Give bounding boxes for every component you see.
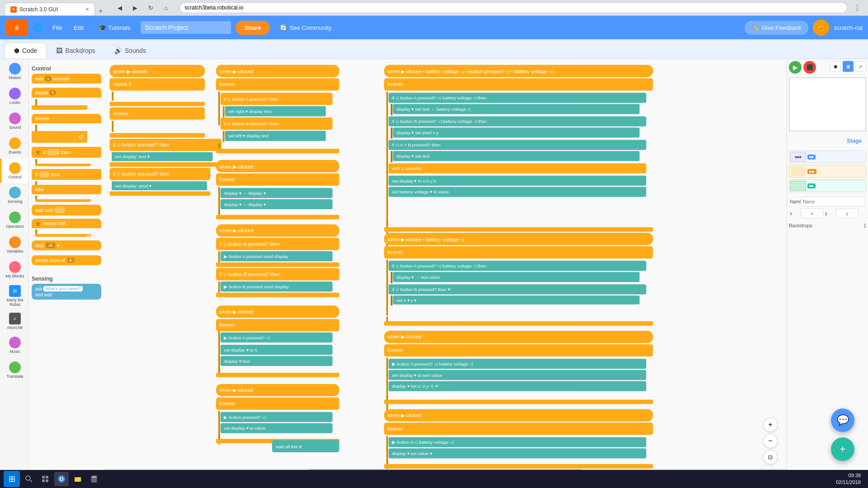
browser-chrome: S Scratch 3.0 GUI ✕ + ◀ ▶ ↻ ⌂ ⋮ — [0, 0, 868, 16]
stop-button[interactable]: ⬛ — [803, 61, 816, 74]
zoom-in-button[interactable]: + — [763, 418, 778, 432]
repeat-until-block[interactable]: repeat until — [32, 219, 101, 228]
repeat-block[interactable]: repeat 5 — [32, 88, 101, 98]
canvas-area[interactable]: when ▶ clicked repeat 5 forever if ◇ but… — [104, 59, 787, 474]
search-taskbar-icon[interactable] — [22, 472, 36, 486]
tab-code[interactable]: ⬢ Code — [5, 42, 47, 59]
back-button[interactable]: ◀ — [113, 1, 126, 14]
see-community-button[interactable]: 🔄 See Community — [274, 22, 337, 34]
category-control[interactable]: Control — [0, 159, 28, 183]
stage-tab[interactable]: Stage — [791, 135, 864, 147]
sound-dot — [9, 113, 21, 124]
edit-menu-item[interactable]: Edit — [68, 22, 89, 34]
sounds-tab-icon: 🔊 — [114, 47, 122, 54]
create-clone-block[interactable]: create clone of ▾ — [32, 255, 101, 265]
chrome-taskbar-icon[interactable] — [54, 472, 69, 486]
browser-menu-button[interactable]: ⋮ — [851, 1, 863, 14]
if-block[interactable]: if then — [32, 147, 101, 158]
forward-button[interactable]: ▶ — [129, 1, 142, 14]
user-avatar[interactable]: 🐱 — [813, 19, 829, 36]
category-marty[interactable]: M Marty the Robot — [0, 282, 28, 310]
globe-icon[interactable]: 🌐 — [33, 23, 42, 33]
stage-medium-button[interactable]: ▣ — [843, 61, 854, 72]
sprite-name-input[interactable] — [801, 197, 865, 206]
username-button[interactable]: scratch-cat — [834, 24, 863, 31]
svg-rect-148 — [387, 395, 388, 400]
browser-tab-active[interactable]: S Scratch 3.0 GUI ✕ — [5, 3, 95, 15]
sprite-properties: Name x y — [787, 194, 868, 221]
category-translate[interactable]: Translate — [0, 358, 28, 383]
stage-large-button[interactable]: ⤢ — [855, 61, 866, 72]
sprite-item-3[interactable]: ■■ — [789, 179, 866, 192]
svg-text:set battery voltage ▾ to value: set battery voltage ▾ to value — [392, 189, 449, 194]
tab-backdrops[interactable]: 🖼 Backdrops — [47, 42, 104, 59]
file-menu-item[interactable]: File — [47, 22, 67, 34]
stop-block[interactable]: stop all ▾ — [32, 240, 101, 250]
y-input[interactable] — [836, 208, 859, 218]
x-input[interactable] — [801, 208, 823, 218]
explorer-taskbar-icon[interactable] — [71, 472, 85, 486]
app-header: S 🌐 File Edit 🎓 Tutorials Share 🔄 See Co… — [0, 16, 868, 39]
sprite-item-2[interactable]: ▶▶ — [789, 165, 866, 178]
tab-sounds[interactable]: 🔊 Sounds — [105, 42, 156, 59]
zoom-out-button[interactable]: − — [763, 434, 778, 448]
address-bar[interactable] — [179, 2, 847, 13]
wait-block[interactable]: wait 1 seconds — [32, 74, 101, 84]
avatar-icon: 🐱 — [818, 25, 824, 30]
green-flag-button[interactable]: ▶ — [789, 61, 802, 74]
svg-rect-136 — [384, 321, 653, 326]
svg-text:forever: forever — [387, 426, 403, 432]
tab-close-icon[interactable]: ✕ — [85, 7, 89, 12]
motion-label: Motion — [9, 76, 21, 80]
category-motion[interactable]: Motion — [0, 59, 28, 84]
svg-rect-90 — [218, 434, 220, 439]
share-button[interactable]: Share — [236, 21, 270, 35]
project-name-input[interactable] — [141, 21, 231, 34]
category-looks[interactable]: Looks — [0, 84, 28, 109]
svg-text:if ◇ button A pressed? then: if ◇ button A pressed? then — [219, 241, 280, 247]
blocks-canvas: when ▶ clicked repeat 5 forever if ◇ but… — [104, 59, 787, 474]
svg-rect-152 — [384, 422, 653, 435]
svg-text:forever: forever — [387, 347, 403, 353]
category-microbit[interactable]: μ micro:bit — [0, 310, 28, 333]
category-music[interactable]: Music — [0, 333, 28, 358]
reload-button[interactable]: ↻ — [144, 1, 157, 14]
sprite-item-1[interactable]: ■■■ ■■ — [789, 150, 866, 163]
wait-until-block[interactable]: wait until — [32, 205, 101, 216]
category-events[interactable]: Events — [0, 134, 28, 159]
svg-rect-160 — [384, 464, 653, 469]
if-else-block[interactable]: if then — [32, 169, 101, 180]
sprite-list: ■■■ ■■ ▶▶ ■■ — [787, 149, 868, 194]
variables-dot — [9, 236, 21, 248]
category-myblocks[interactable]: My Blocks — [0, 258, 28, 282]
repeat-end — [32, 105, 87, 110]
svg-rect-33 — [223, 106, 225, 117]
coord-row: x y — [790, 208, 865, 218]
home-button[interactable]: ⌂ — [160, 1, 172, 14]
svg-rect-127 — [391, 272, 392, 283]
category-sound[interactable]: Sound — [0, 109, 28, 134]
control-section-header: Control — [32, 66, 101, 72]
stage-canvas — [790, 78, 865, 131]
ask-block[interactable]: ask What's your name? and wait — [32, 284, 101, 300]
tutorials-button[interactable]: 🎓 Tutorials — [94, 22, 136, 34]
chat-fab-button[interactable]: 💬 — [831, 408, 854, 432]
marty-label: Marty the Robot — [2, 298, 28, 307]
zoom-fit-button[interactable]: ⊡ — [763, 450, 778, 465]
taskview-taskbar-icon[interactable] — [38, 472, 52, 486]
svg-point-181 — [95, 481, 96, 482]
give-feedback-button[interactable]: ✏️ Give Feedback — [745, 21, 808, 35]
svg-point-178 — [95, 479, 96, 480]
category-variables[interactable]: Variables — [0, 233, 28, 258]
svg-text:if ◇ button A pressed? then: if ◇ button A pressed? then — [224, 97, 278, 102]
category-sensing[interactable]: Sensing — [0, 183, 28, 208]
start-button[interactable]: ⊞ — [4, 471, 20, 487]
add-fab-button[interactable]: + — [831, 437, 854, 461]
svg-rect-149 — [384, 399, 653, 404]
calculator-taskbar-icon[interactable] — [87, 472, 101, 486]
category-operators[interactable]: Operators — [0, 208, 28, 233]
new-tab-button[interactable]: + — [95, 7, 106, 15]
translate-dot — [9, 361, 21, 373]
stage-small-button[interactable]: ▣ — [830, 61, 841, 72]
forever-block[interactable]: forever — [32, 114, 101, 123]
